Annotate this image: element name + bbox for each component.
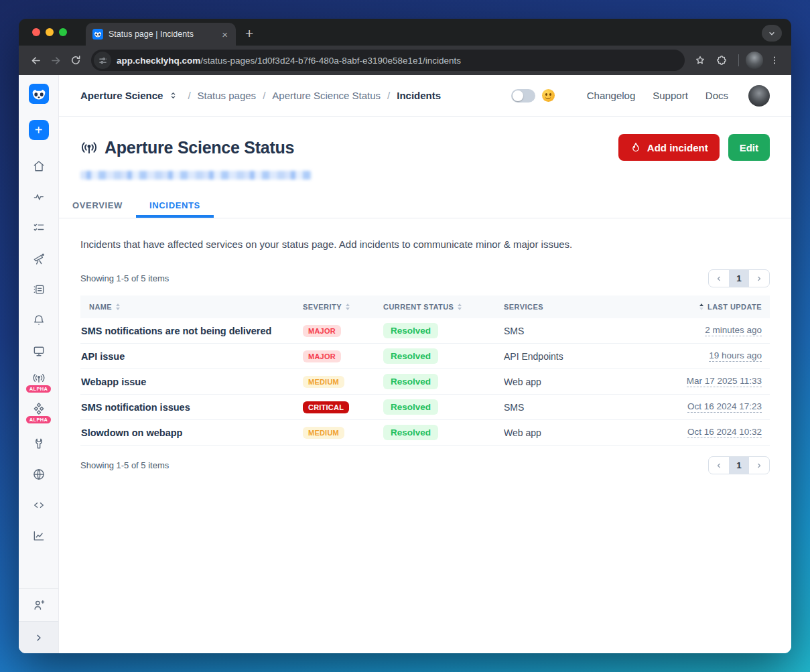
current-page-number[interactable]: 1	[729, 457, 749, 474]
browser-tab[interactable]: Status page | Incidents ×	[86, 23, 236, 46]
close-window-button[interactable]	[32, 28, 40, 36]
extensions-button[interactable]	[712, 50, 732, 70]
sidebar-item-maintenance-windows[interactable]	[19, 274, 58, 305]
breadcrumb-current: Incidents	[397, 90, 441, 101]
activity-icon	[32, 190, 46, 204]
table-row[interactable]: API issue MAJOR Resolved API Endpoints 1…	[80, 344, 770, 369]
url-bar[interactable]: app.checklyhq.com/status-pages/1d0f3d24-…	[91, 50, 685, 71]
account-switcher[interactable]: Aperture Science	[80, 90, 163, 101]
last-update-link[interactable]: 2 minutes ago	[705, 325, 762, 336]
reload-icon	[70, 54, 82, 66]
forward-button[interactable]	[46, 50, 66, 70]
tab-overview[interactable]: OVERVIEW	[59, 193, 136, 218]
browser-window: Status page | Incidents × +	[19, 19, 791, 653]
tab-title: Status page | Incidents	[109, 29, 214, 39]
chevron-right-icon	[33, 632, 45, 644]
sidebar-expand-button[interactable]	[19, 621, 58, 653]
next-page-button[interactable]	[749, 457, 769, 474]
checkly-raccoon-logo[interactable]	[29, 84, 49, 104]
create-button[interactable]: +	[29, 120, 49, 140]
sidebar-item-private-locations[interactable]	[19, 459, 58, 490]
docs-link[interactable]: Docs	[705, 90, 728, 101]
services-cell: Web app	[504, 377, 628, 387]
tab-bar: OVERVIEW INCIDENTS	[59, 193, 791, 218]
user-avatar[interactable]	[748, 85, 770, 107]
url-text: app.checklyhq.com/status-pages/1d0f3d24-…	[117, 56, 461, 66]
add-incident-label: Add incident	[647, 142, 708, 153]
current-page-number[interactable]: 1	[729, 270, 749, 287]
sidebar-item-snippets[interactable]	[19, 490, 58, 521]
smiley-emoji-icon	[542, 89, 555, 102]
theme-toggle[interactable]	[511, 89, 535, 103]
browser-profile-avatar[interactable]	[746, 52, 763, 69]
menu-dots-icon	[769, 55, 780, 66]
invite-user-button[interactable]	[19, 588, 58, 621]
page-title: Aperture Science Status	[105, 138, 294, 157]
column-last-update[interactable]: LAST UPDATE	[628, 303, 770, 311]
support-link[interactable]: Support	[653, 90, 688, 101]
table-row[interactable]: SMS notification issues CRITICAL Resolve…	[80, 395, 770, 420]
last-update-link[interactable]: Oct 16 2024 10:32	[687, 427, 762, 438]
column-services: SERVICES	[504, 303, 628, 311]
column-name[interactable]: NAME	[80, 303, 303, 311]
sidebar-item-monitors[interactable]	[19, 182, 58, 212]
sidebar-item-explore[interactable]	[19, 243, 58, 274]
sidebar-item-analytics[interactable]	[19, 521, 58, 551]
table-row[interactable]: SMS notifications are not being delivere…	[80, 318, 770, 344]
site-info-button[interactable]	[94, 52, 111, 69]
reload-button[interactable]	[66, 50, 86, 70]
minimize-window-button[interactable]	[46, 28, 54, 36]
table-row[interactable]: Webapp issue MEDIUM Resolved Web app Mar…	[80, 369, 770, 395]
prev-page-button[interactable]	[709, 457, 729, 474]
changelog-link[interactable]: Changelog	[587, 90, 636, 101]
list-checks-icon	[32, 221, 46, 234]
column-severity[interactable]: SEVERITY	[303, 303, 383, 311]
column-current-status[interactable]: CURRENT STATUS	[383, 303, 504, 311]
showing-text: Showing 1-5 of 5 items	[80, 460, 169, 470]
tab-search-button[interactable]	[762, 25, 782, 42]
diamonds-icon	[32, 402, 46, 415]
pagination: 1	[708, 269, 770, 287]
zoom-window-button[interactable]	[59, 28, 67, 36]
tab-strip: Status page | Incidents × +	[19, 19, 791, 46]
breadcrumb-status-page-name[interactable]: Aperture Science Status	[272, 90, 381, 101]
bookmark-button[interactable]	[690, 50, 710, 70]
tab-close-icon[interactable]: ×	[219, 29, 230, 40]
sort-icon-active	[699, 304, 703, 310]
sidebar-item-dashboards[interactable]	[19, 336, 58, 366]
edit-button[interactable]: Edit	[728, 134, 770, 161]
redacted-status-page-link[interactable]	[80, 171, 312, 180]
status-badge: Resolved	[383, 425, 438, 440]
breadcrumb-status-pages[interactable]: Status pages	[198, 90, 257, 101]
sidebar-item-alerts[interactable]	[19, 305, 58, 336]
checkly-favicon	[92, 29, 103, 40]
sidebar-item-home[interactable]	[19, 151, 58, 182]
last-update-link[interactable]: 19 hours ago	[709, 350, 762, 362]
status-badge: Resolved	[383, 374, 438, 389]
next-page-button[interactable]	[749, 270, 769, 287]
sort-icon	[458, 304, 462, 310]
sidebar-item-status-pages[interactable]: ALPHA	[19, 366, 58, 397]
back-button[interactable]	[25, 50, 46, 70]
caret-updown-icon[interactable]	[168, 90, 178, 100]
status-badge: Resolved	[383, 348, 438, 364]
incident-name: Slowdown on webapp	[80, 427, 303, 438]
table-row[interactable]: Slowdown on webapp MEDIUM Resolved Web a…	[80, 420, 770, 446]
prev-page-button[interactable]	[709, 270, 729, 287]
sidebar-item-checks[interactable]	[19, 212, 58, 243]
services-cell: SMS	[504, 402, 628, 413]
last-update-link[interactable]: Oct 16 2024 17:23	[687, 401, 762, 413]
add-incident-button[interactable]: Add incident	[618, 134, 720, 161]
top-nav: Aperture Science / Status pages / Apertu…	[59, 75, 791, 117]
sidebar-item-groups[interactable]: ALPHA	[19, 397, 58, 428]
browser-menu-button[interactable]	[764, 50, 785, 70]
sidebar-item-maintenance[interactable]	[19, 428, 58, 459]
new-tab-button[interactable]: +	[245, 26, 253, 40]
tab-incidents[interactable]: INCIDENTS	[136, 193, 214, 218]
status-badge: Resolved	[383, 399, 438, 415]
breadcrumb: Aperture Science / Status pages / Apertu…	[80, 90, 441, 101]
incidents-table: NAME SEVERITY CURRENT STATUS SERVICES LA…	[80, 295, 770, 446]
last-update-link[interactable]: Mar 17 2025 11:33	[687, 376, 762, 387]
services-cell: API Endpoints	[504, 351, 628, 362]
url-path: /status-pages/1d0f3d24-b7f6-480a-8abf-e3…	[200, 56, 461, 66]
